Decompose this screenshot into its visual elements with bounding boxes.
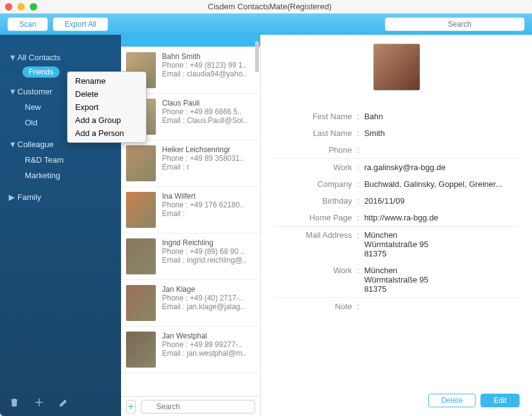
field-label: Work: [273, 266, 357, 294]
search-input[interactable]: [385, 17, 525, 31]
sidebar-selected-group[interactable]: Friends: [22, 66, 60, 78]
field-value: München Würmtalstraße 95 81375: [364, 230, 428, 258]
avatar: [126, 192, 156, 228]
field-label: Company: [273, 179, 357, 189]
contact-phone: Phone : +49 89 358031..: [162, 154, 244, 163]
sidebar-bottom-toolbar: [9, 397, 70, 410]
contact-name: Heiker Leichsenringr: [162, 145, 244, 154]
sidebar-subitem[interactable]: Marketing: [0, 168, 121, 183]
sidebar-item-label: All Contacts: [17, 53, 60, 62]
contact-phone: Phone : +49 89 99277-..: [162, 340, 246, 349]
field-label: Work: [273, 163, 357, 172]
avatar: [126, 332, 156, 368]
context-menu-item[interactable]: Delete: [68, 88, 146, 101]
trash-icon[interactable]: [9, 397, 20, 410]
detail-field-row: Mail Address:München Würmtalstraße 95 81…: [273, 227, 520, 262]
sidebar-item-label: Family: [17, 192, 41, 202]
contact-email: Email : jan.westphal@m..: [162, 349, 246, 358]
detail-field-row: Last Name:Smith: [273, 125, 520, 142]
scrollbar[interactable]: [255, 41, 259, 72]
field-label: Note: [273, 302, 357, 311]
detail-field-row: Birthday:2016/11/09: [273, 192, 520, 209]
context-menu-item[interactable]: Add a Person: [68, 127, 146, 140]
detail-field-row: Company:Buchwald, Galinsky, Goppel, Grei…: [273, 176, 520, 192]
chevron-down-icon: ▼: [9, 87, 17, 96]
contact-phone: Phone : +49 (40) 2717-..: [162, 294, 244, 302]
field-value: Smith: [364, 129, 385, 138]
window-title: Cisdem ContactsMate(Registered): [12, 2, 527, 11]
field-value: München Würmtalstraße 95 81375: [364, 266, 428, 294]
pencil-icon[interactable]: [58, 397, 70, 410]
contact-email: Email : jan.klage@jalag..: [162, 302, 244, 311]
detail-field-row: First Name:Bahn: [273, 108, 520, 125]
sidebar-item-label: Colleague: [17, 140, 54, 149]
detail-field-row: Work:ra.galinsky@ra-bgg.de: [273, 159, 520, 176]
contact-phone: Phone : +49 (89) 68 90 ..: [162, 247, 246, 256]
sidebar-subitem[interactable]: R&D Team: [0, 152, 121, 168]
list-item[interactable]: Ina WilfertPhone : +49 176 62180..Email …: [121, 187, 260, 233]
detail-field-row: Work:München Würmtalstraße 95 81375: [273, 262, 520, 298]
avatar: [126, 285, 156, 321]
list-item[interactable]: Jan WestphalPhone : +49 89 99277-..Email…: [121, 327, 260, 373]
chevron-right-icon: ▶: [9, 192, 17, 202]
field-label: Home Page: [273, 213, 357, 222]
avatar: [126, 238, 156, 274]
app-window: Cisdem ContactsMate(Registered) Scan Exp…: [0, 0, 532, 416]
scan-button[interactable]: Scan: [7, 17, 48, 31]
contact-email: Email : Claus.Paull@Sol..: [162, 116, 247, 125]
contact-name: Ingrid Reichling: [162, 238, 246, 247]
sidebar-group[interactable]: ▶Family: [0, 189, 121, 205]
contact-name: Bahn Smith: [162, 52, 246, 61]
contact-name: Ina Wilfert: [162, 192, 244, 201]
field-label: Mail Address: [273, 230, 357, 258]
field-label: First Name: [273, 112, 357, 121]
field-label: Last Name: [273, 129, 357, 138]
chevron-down-icon: ▼: [9, 140, 17, 149]
list-item[interactable]: Ingrid ReichlingPhone : +49 (89) 68 90 .…: [121, 233, 260, 280]
contact-phone: Phone : +49 176 62180..: [162, 201, 244, 209]
detail-field-row: Home Page:http://www.ra-bgg.de: [273, 209, 520, 227]
titlebar: Cisdem ContactsMate(Registered): [0, 0, 532, 14]
contact-email: Email : claudia94@yaho..: [162, 70, 246, 78]
field-label: Phone: [273, 145, 357, 155]
edit-button[interactable]: Edit: [480, 394, 520, 407]
field-value: Buchwald, Galinsky, Goppel, Greiner...: [364, 179, 502, 189]
avatar: [373, 43, 420, 91]
list-row-selected-bar[interactable]: [121, 35, 260, 47]
avatar: [126, 145, 156, 181]
contact-email: Email : r: [162, 163, 244, 171]
plus-icon[interactable]: [34, 397, 45, 410]
contact-name: Claus Pauli: [162, 99, 247, 107]
field-label: Birthday: [273, 196, 357, 206]
detail-field-row: Note:: [273, 298, 520, 315]
contact-phone: Phone : +49 89 6666 5..: [162, 107, 247, 116]
field-value: 2016/11/09: [364, 196, 405, 206]
detail-pane: First Name:BahnLast Name:SmithPhone:Work…: [261, 35, 532, 416]
field-value: Bahn: [364, 112, 383, 121]
add-contact-button[interactable]: +: [126, 400, 136, 414]
sidebar-item-all-contacts[interactable]: ▼ All Contacts: [0, 50, 121, 65]
list-item[interactable]: Heiker LeichsenringrPhone : +49 89 35803…: [121, 140, 260, 187]
close-icon[interactable]: [5, 3, 12, 11]
contact-name: Jan Klage: [162, 285, 244, 294]
context-menu-item[interactable]: Export: [68, 101, 146, 114]
search-field-wrap: [385, 17, 525, 31]
export-all-button[interactable]: Export All: [53, 17, 108, 31]
contact-email: Email :: [162, 209, 244, 218]
delete-button[interactable]: Delete: [428, 394, 476, 407]
contact-email: Email : ingrid.reichling@..: [162, 256, 246, 265]
toolbar: Scan Export All: [0, 14, 532, 35]
field-value: http://www.ra-bgg.de: [364, 213, 438, 222]
list-footer: +: [121, 396, 260, 416]
context-menu-item[interactable]: Rename: [68, 75, 146, 88]
chevron-down-icon: ▼: [9, 53, 17, 62]
context-menu: RenameDeleteExportAdd a GroupAdd a Perso…: [67, 71, 147, 143]
sidebar-item-label: Customer: [17, 87, 52, 96]
field-value: ra.galinsky@ra-bgg.de: [364, 163, 446, 172]
contact-name: Jan Westphal: [162, 332, 246, 340]
context-menu-item[interactable]: Add a Group: [68, 114, 146, 127]
detail-footer: Delete Edit: [273, 387, 520, 407]
list-item[interactable]: Jan KlagePhone : +49 (40) 2717-..Email :…: [121, 280, 260, 327]
list-search-input[interactable]: [141, 400, 255, 414]
contact-phone: Phone : +49 (8123) 99 1..: [162, 61, 246, 70]
